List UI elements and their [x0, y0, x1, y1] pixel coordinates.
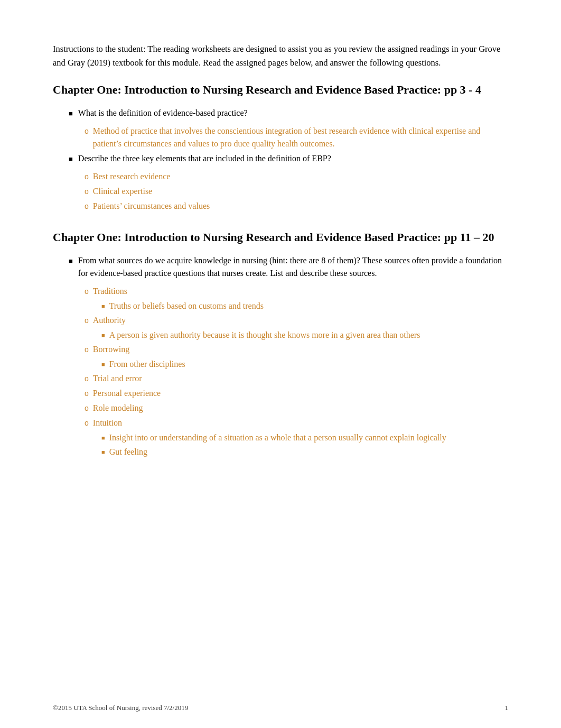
- level2-bullet-icon: o: [85, 344, 89, 355]
- sources-list: o Traditions ■ Truths or beliefs based o…: [69, 285, 508, 458]
- list-item: ■ From other disciplines: [101, 358, 508, 371]
- list-item: o Clinical expertise: [85, 185, 508, 198]
- authority-subanswers: ■ A person is given authority because it…: [85, 329, 508, 342]
- subanswer-text: Gut feeling: [109, 446, 508, 458]
- answer-text: Clinical expertise: [93, 185, 508, 198]
- traditions-subanswers: ■ Truths or beliefs based on customs and…: [85, 300, 508, 312]
- level1-bullet-icon: ■: [69, 256, 73, 266]
- list-item: o Role modeling: [85, 402, 508, 414]
- list-item: o Trial and error: [85, 372, 508, 385]
- list-item: o Method of practice that involves the c…: [85, 125, 508, 150]
- chapter-1a-heading: Chapter One: Introduction to Nursing Res…: [53, 82, 508, 98]
- question-1-text: What is the definition of evidence-based…: [78, 107, 508, 119]
- level3-bullet-icon: ■: [101, 360, 105, 369]
- source-trial-error: Trial and error: [93, 372, 508, 385]
- list-item: o Intuition: [85, 417, 508, 429]
- list-item: o Personal experience: [85, 387, 508, 400]
- list-item: o Patients’ circumstances and values: [85, 200, 508, 213]
- chapter-1b-section: Chapter One: Introduction to Nursing Res…: [53, 229, 508, 458]
- level2-bullet-icon: o: [85, 186, 89, 197]
- list-item: ■ Truths or beliefs based on customs and…: [101, 300, 508, 312]
- intuition-subanswers: ■ Insight into or understanding of a sit…: [85, 431, 508, 458]
- footer: ©2015 UTA School of Nursing, revised 7/2…: [53, 704, 508, 712]
- level2-bullet-icon: o: [85, 286, 89, 297]
- list-item: ■ A person is given authority because it…: [101, 329, 508, 342]
- list-item: ■ What is the definition of evidence-bas…: [69, 107, 508, 119]
- chapter-1b-heading: Chapter One: Introduction to Nursing Res…: [53, 229, 508, 246]
- subanswer-text: From other disciplines: [109, 358, 508, 371]
- level2-bullet-icon: o: [85, 403, 89, 414]
- list-item: ■ Gut feeling: [101, 446, 508, 458]
- subanswer-text: Insight into or understanding of a situa…: [109, 431, 508, 444]
- answer-text: Method of practice that involves the con…: [93, 125, 508, 150]
- footer-copyright: ©2015 UTA School of Nursing, revised 7/2…: [53, 704, 188, 712]
- source-personal-experience: Personal experience: [93, 387, 508, 400]
- subanswer-text: Truths or beliefs based on customs and t…: [109, 300, 508, 312]
- level2-bullet-icon: o: [85, 373, 89, 384]
- source-role-modeling: Role modeling: [93, 402, 508, 414]
- source-authority: Authority: [93, 314, 508, 327]
- level3-bullet-icon: ■: [101, 434, 105, 443]
- question-2-answers: o Best research evidence o Clinical expe…: [69, 170, 508, 213]
- level2-bullet-icon: o: [85, 315, 89, 326]
- list-item: o Best research evidence: [85, 170, 508, 183]
- level3-bullet-icon: ■: [101, 331, 105, 340]
- source-intuition: Intuition: [93, 417, 508, 429]
- question-1-answers: o Method of practice that involves the c…: [69, 125, 508, 150]
- level1-bullet-icon: ■: [69, 154, 73, 164]
- list-item: ■ Insight into or understanding of a sit…: [101, 431, 508, 444]
- source-traditions: Traditions: [93, 285, 508, 298]
- list-item: o Authority: [85, 314, 508, 327]
- intro-paragraph: Instructions to the student: The reading…: [53, 42, 508, 69]
- answer-text: Best research evidence: [93, 170, 508, 183]
- chapter-1a-section: Chapter One: Introduction to Nursing Res…: [53, 82, 508, 213]
- footer-page-number: 1: [505, 704, 509, 712]
- list-item: ■ Describe the three key elements that a…: [69, 152, 508, 165]
- level2-bullet-icon: o: [85, 388, 89, 399]
- borrowing-subanswers: ■ From other disciplines: [85, 358, 508, 371]
- level2-bullet-icon: o: [85, 418, 89, 429]
- level2-bullet-icon: o: [85, 201, 89, 212]
- list-item: o Borrowing: [85, 343, 508, 356]
- question-sources-text: From what sources do we acquire knowledg…: [78, 254, 508, 280]
- source-borrowing: Borrowing: [93, 343, 508, 356]
- chapter-1b-questions: ■ From what sources do we acquire knowle…: [53, 254, 508, 458]
- list-item: ■ From what sources do we acquire knowle…: [69, 254, 508, 280]
- answer-text: Patients’ circumstances and values: [93, 200, 508, 213]
- level3-bullet-icon: ■: [101, 302, 105, 311]
- level2-bullet-icon: o: [85, 171, 89, 182]
- subanswer-text: A person is given authority because it i…: [109, 329, 508, 342]
- list-item: o Traditions: [85, 285, 508, 298]
- level3-bullet-icon: ■: [101, 448, 105, 457]
- level1-bullet-icon: ■: [69, 108, 73, 119]
- level2-bullet-icon: o: [85, 126, 89, 137]
- question-2-text: Describe the three key elements that are…: [78, 152, 508, 165]
- chapter-1a-questions: ■ What is the definition of evidence-bas…: [53, 107, 508, 213]
